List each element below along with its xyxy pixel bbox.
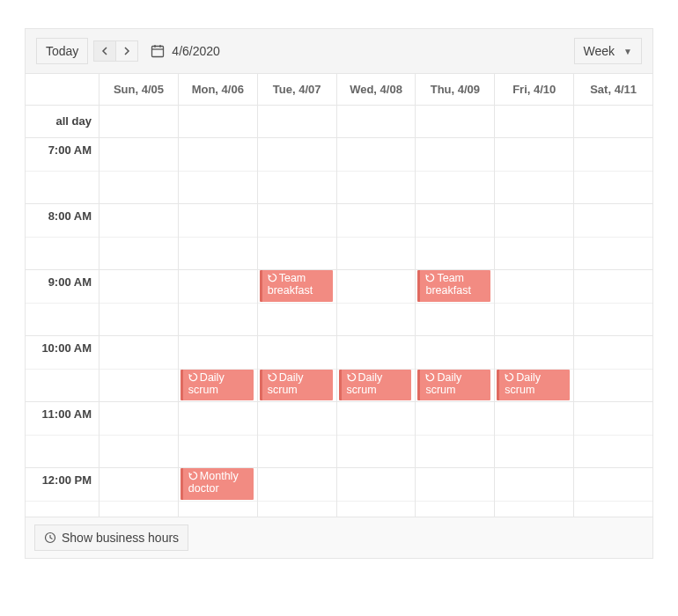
day-header[interactable]: Mon, 4/06 (179, 74, 258, 105)
recurring-icon (268, 372, 277, 382)
time-slot[interactable] (416, 402, 494, 468)
time-label: 10:00 AM (26, 336, 99, 402)
current-date-label: 4/6/2020 (172, 44, 220, 58)
allday-label: all day (26, 106, 99, 137)
allday-cell[interactable] (258, 106, 337, 137)
footer: Show business hours (26, 517, 652, 558)
time-slot[interactable] (495, 204, 573, 270)
time-slot[interactable] (99, 138, 178, 204)
time-column-header (26, 74, 99, 105)
time-slot[interactable] (574, 336, 652, 402)
toolbar: Today 4 (26, 29, 652, 74)
time-slot[interactable] (258, 138, 336, 204)
calendar-event[interactable]: Daily scrum (181, 370, 254, 401)
allday-cell[interactable] (179, 106, 258, 137)
time-slot[interactable] (179, 204, 257, 270)
day-columns: Daily scrumMonthly doctorTeam breakfastD… (99, 138, 652, 517)
day-header[interactable]: Sun, 4/05 (99, 74, 179, 105)
day-header[interactable]: Sat, 4/11 (574, 74, 652, 105)
next-button[interactable] (115, 40, 138, 62)
allday-row: all day (26, 106, 652, 138)
time-slot[interactable] (337, 270, 416, 336)
time-slot[interactable] (495, 138, 573, 204)
time-slot[interactable] (337, 138, 416, 204)
time-slot[interactable] (495, 468, 573, 517)
time-slot[interactable] (337, 402, 416, 468)
recurring-icon (268, 273, 277, 282)
day-header[interactable]: Tue, 4/07 (258, 74, 337, 105)
calendar-event[interactable]: Daily scrum (339, 370, 412, 401)
day-column[interactable]: Daily scrum (495, 138, 574, 517)
calendar-event[interactable]: Daily scrum (417, 370, 490, 401)
time-slot[interactable] (99, 204, 178, 270)
calendar-event[interactable]: Daily scrum (497, 370, 570, 401)
time-label: 12:00 PM (26, 468, 99, 517)
time-slot[interactable] (258, 402, 336, 468)
time-slot[interactable] (574, 270, 652, 336)
day-column[interactable]: Daily scrum (337, 138, 416, 517)
calendar-event[interactable]: Team breakfast (417, 270, 490, 302)
allday-cell[interactable] (416, 106, 495, 137)
calendar-icon (151, 44, 165, 58)
time-slot[interactable] (574, 468, 652, 517)
day-column[interactable] (99, 138, 179, 517)
time-slot[interactable] (416, 204, 494, 270)
day-column[interactable]: Team breakfastDaily scrum (258, 138, 337, 517)
view-select[interactable]: Week ▼ (574, 38, 642, 64)
business-hours-label: Show business hours (62, 531, 179, 545)
day-header[interactable]: Fri, 4/10 (495, 74, 574, 105)
date-picker[interactable]: 4/6/2020 (151, 44, 220, 58)
time-slot[interactable] (574, 204, 652, 270)
recurring-icon (425, 273, 435, 282)
chevron-left-icon (101, 47, 108, 55)
day-header-row: Sun, 4/05Mon, 4/06Tue, 4/07Wed, 4/08Thu,… (26, 74, 652, 106)
recurring-icon (347, 372, 357, 382)
svg-rect-0 (152, 47, 164, 57)
time-slot[interactable] (99, 336, 178, 402)
time-slot[interactable] (99, 402, 178, 468)
allday-cell[interactable] (495, 106, 574, 137)
time-labels: 7:00 AM8:00 AM9:00 AM10:00 AM11:00 AM12:… (26, 138, 99, 517)
time-slot[interactable] (416, 468, 494, 517)
allday-cell[interactable] (99, 106, 179, 137)
calendar-event[interactable]: Team breakfast (260, 270, 333, 302)
allday-cell[interactable] (337, 106, 416, 137)
recurring-icon (505, 372, 514, 382)
day-column[interactable]: Daily scrumMonthly doctor (179, 138, 258, 517)
day-header[interactable]: Thu, 4/09 (416, 74, 495, 105)
time-slot[interactable] (179, 402, 257, 468)
time-slot[interactable] (258, 204, 336, 270)
day-column[interactable] (574, 138, 652, 517)
view-select-label: Week (584, 44, 615, 58)
clock-icon (44, 532, 56, 544)
time-slot[interactable] (574, 138, 652, 204)
day-header[interactable]: Wed, 4/08 (337, 74, 416, 105)
calendar-grid: Sun, 4/05Mon, 4/06Tue, 4/07Wed, 4/08Thu,… (26, 74, 652, 517)
allday-cell[interactable] (574, 106, 652, 137)
time-grid[interactable]: 7:00 AM8:00 AM9:00 AM10:00 AM11:00 AM12:… (26, 138, 652, 517)
today-button-label: Today (46, 44, 78, 58)
nav-group (93, 40, 138, 62)
today-button[interactable]: Today (36, 38, 88, 64)
time-slot[interactable] (495, 270, 573, 336)
time-slot[interactable] (574, 402, 652, 468)
chevron-right-icon (123, 47, 130, 55)
time-slot[interactable] (99, 270, 178, 336)
time-slot[interactable] (179, 138, 257, 204)
time-slot[interactable] (495, 402, 573, 468)
recurring-icon (188, 372, 198, 382)
time-slot[interactable] (416, 138, 494, 204)
calendar-event[interactable]: Monthly doctor (181, 468, 254, 500)
chevron-down-icon: ▼ (623, 47, 632, 56)
business-hours-button[interactable]: Show business hours (34, 524, 188, 551)
time-label: 7:00 AM (26, 138, 99, 204)
prev-button[interactable] (93, 40, 115, 62)
time-label: 8:00 AM (26, 204, 99, 270)
time-slot[interactable] (99, 468, 178, 517)
day-column[interactable]: Team breakfastDaily scrum (416, 138, 495, 517)
time-slot[interactable] (337, 204, 416, 270)
calendar-event[interactable]: Daily scrum (260, 370, 333, 401)
time-slot[interactable] (337, 468, 416, 517)
time-slot[interactable] (179, 270, 257, 336)
time-slot[interactable] (258, 468, 336, 517)
